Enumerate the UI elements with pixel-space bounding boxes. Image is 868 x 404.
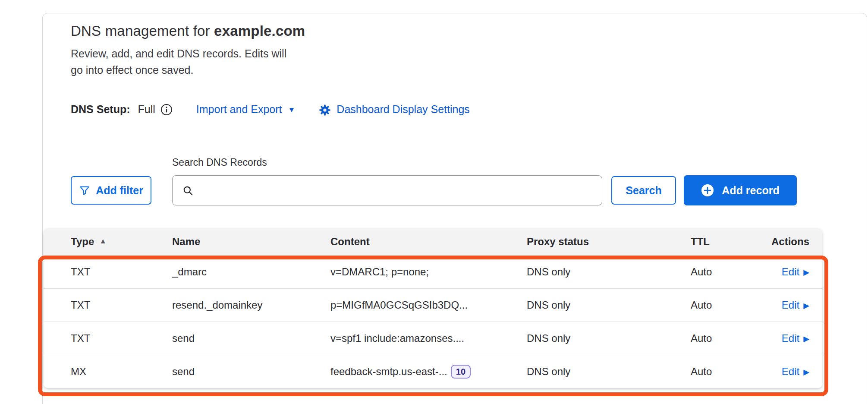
edit-label: Edit xyxy=(782,332,799,344)
column-header-name[interactable]: Name xyxy=(172,236,330,248)
chevron-right-icon: ▶ xyxy=(803,268,809,277)
cell-content: p=MIGfMA0GCSqGSIb3DQ... xyxy=(330,299,468,311)
chevron-right-icon: ▶ xyxy=(803,301,809,310)
page-title: DNS management for example.com xyxy=(71,23,305,39)
page-title-domain: example.com xyxy=(214,23,305,39)
import-export-link[interactable]: Import and Export ▼ xyxy=(196,103,296,116)
dns-management-page: DNS management for example.com Review, a… xyxy=(0,0,868,404)
add-filter-label: Add filter xyxy=(96,184,143,197)
sort-ascending-icon: ▲ xyxy=(99,237,107,246)
cell-type: TXT xyxy=(71,266,172,278)
search-input[interactable] xyxy=(172,175,602,205)
cell-type: TXT xyxy=(71,299,172,311)
cell-proxy-status: DNS only xyxy=(527,366,691,378)
info-icon[interactable] xyxy=(160,104,173,116)
subtitle-line-2: go into effect once saved. xyxy=(71,64,193,76)
cell-ttl: Auto xyxy=(691,266,764,278)
cell-content: v=spf1 include:amazonses.... xyxy=(330,332,464,344)
cell-type: TXT xyxy=(71,332,172,344)
gear-icon xyxy=(319,104,331,116)
cell-name: send xyxy=(172,332,330,344)
column-header-proxy-status[interactable]: Proxy status xyxy=(527,236,691,248)
column-header-content[interactable]: Content xyxy=(330,236,527,248)
filter-icon xyxy=(79,185,90,196)
chevron-right-icon: ▶ xyxy=(803,367,809,377)
import-export-label: Import and Export xyxy=(196,103,282,116)
edit-link[interactable]: Edit▶ xyxy=(782,299,809,311)
search-button[interactable]: Search xyxy=(611,176,676,205)
cell-name: _dmarc xyxy=(172,266,330,278)
table-row: TXT resend._domainkey p=MIGfMA0GCSqGSIb3… xyxy=(44,288,822,322)
chevron-down-icon: ▼ xyxy=(288,106,296,114)
cell-ttl: Auto xyxy=(691,332,764,344)
dns-card: DNS management for example.com Review, a… xyxy=(42,13,867,404)
cell-content: v=DMARC1; p=none; xyxy=(330,266,527,278)
dns-setup-label: DNS Setup: xyxy=(71,103,130,116)
toolbar: Add filter Search Add record xyxy=(71,175,797,205)
add-filter-button[interactable]: Add filter xyxy=(71,176,151,205)
cell-name: send xyxy=(172,366,330,378)
dashboard-display-settings-label: Dashboard Display Settings xyxy=(337,103,470,116)
edit-link[interactable]: Edit▶ xyxy=(782,332,809,344)
cell-type: MX xyxy=(71,366,172,378)
cell-ttl: Auto xyxy=(691,299,764,311)
page-subtitle: Review, add, and edit DNS records. Edits… xyxy=(71,45,286,78)
column-header-type[interactable]: Type ▲ xyxy=(71,236,172,248)
column-header-actions: Actions xyxy=(764,236,809,248)
edit-link[interactable]: Edit▶ xyxy=(782,266,809,278)
cell-name: resend._domainkey xyxy=(172,299,330,311)
cell-proxy-status: DNS only xyxy=(527,332,691,344)
search-box xyxy=(172,175,602,205)
search-label: Search DNS Records xyxy=(172,157,267,168)
page-title-prefix: DNS management for xyxy=(71,23,214,39)
cell-ttl: Auto xyxy=(691,366,764,378)
dns-setup-row: DNS Setup: Full Import and Export ▼ Dash… xyxy=(71,103,470,116)
table-row: TXT send v=spf1 include:amazonses.... DN… xyxy=(44,322,822,355)
table-body: TXT _dmarc v=DMARC1; p=none; DNS only Au… xyxy=(44,255,822,388)
plus-icon xyxy=(701,184,714,197)
dns-setup-value: Full xyxy=(138,103,155,116)
dashboard-display-settings-link[interactable]: Dashboard Display Settings xyxy=(319,103,470,116)
priority-badge: 10 xyxy=(451,365,471,379)
add-record-label: Add record xyxy=(722,184,779,197)
chevron-right-icon: ▶ xyxy=(803,334,809,344)
table-row: TXT _dmarc v=DMARC1; p=none; DNS only Au… xyxy=(44,255,822,288)
subtitle-line-1: Review, add, and edit DNS records. Edits… xyxy=(71,47,286,60)
column-header-ttl[interactable]: TTL xyxy=(691,236,764,248)
cell-proxy-status: DNS only xyxy=(527,299,691,311)
cell-proxy-status: DNS only xyxy=(527,266,691,278)
add-record-button[interactable]: Add record xyxy=(684,175,797,205)
dns-records-table: Type ▲ Name Content Proxy status TTL Act… xyxy=(44,228,822,388)
table-header: Type ▲ Name Content Proxy status TTL Act… xyxy=(44,228,822,255)
table-row: MX send feedback-smtp.us-east-... 10 DNS… xyxy=(44,355,822,388)
edit-label: Edit xyxy=(782,299,799,311)
edit-label: Edit xyxy=(782,266,799,278)
column-header-type-label: Type xyxy=(71,236,94,248)
cell-content: feedback-smtp.us-east-... xyxy=(330,366,447,378)
edit-link[interactable]: Edit▶ xyxy=(782,366,809,378)
edit-label: Edit xyxy=(782,366,799,378)
